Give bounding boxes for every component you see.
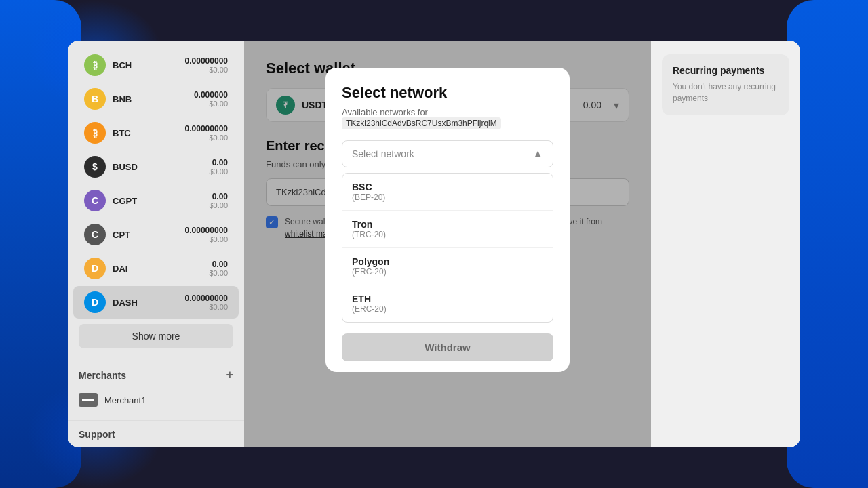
network-item-tron[interactable]: Tron (TRC-20)	[342, 211, 553, 248]
busd-coin-name: BUSD	[113, 162, 209, 172]
network-item-bsc[interactable]: BSC (BEP-20)	[342, 174, 553, 211]
withdraw-button[interactable]: Withdraw	[342, 333, 553, 361]
bch-coin-name: BCH	[113, 60, 185, 70]
merchants-label: Merchants	[79, 370, 126, 381]
network-name: ETH	[352, 293, 543, 304]
network-list: BSC (BEP-20) Tron (TRC-20) Polygon (ERC-…	[342, 173, 553, 323]
cpt-coin-values: 0.00000000 $0.00	[185, 226, 228, 243]
dash-coin-icon: D	[84, 291, 106, 313]
modal-footer: Withdraw	[326, 323, 570, 372]
sidebar-item-btc[interactable]: ₿ BTC 0.00000000 $0.00	[73, 117, 239, 149]
network-select-dropdown[interactable]: Select network ▲	[342, 140, 553, 167]
dai-usd: $0.00	[209, 269, 228, 277]
dai-coin-values: 0.00 $0.00	[209, 260, 228, 277]
dai-coin-icon: D	[84, 258, 106, 279]
sidebar: ₿ BCH 0.00000000 $0.00 B BNB 0.000000 $0…	[68, 41, 244, 447]
dash-usd: $0.00	[185, 303, 228, 311]
cpt-coin-name: CPT	[113, 230, 185, 240]
modal-overlay: Select network Available networks for TK…	[244, 41, 651, 447]
network-protocol: (ERC-20)	[352, 267, 543, 277]
network-name: Tron	[352, 219, 543, 230]
merchant-list: Merchant1	[79, 388, 233, 412]
sidebar-item-bnb[interactable]: B BNB 0.000000 $0.00	[73, 83, 239, 115]
modal-subtitle: Available networks for TKzki23hiCdAdvBsR…	[342, 107, 553, 129]
network-name: Polygon	[352, 256, 543, 267]
cgpt-coin-name: CGPT	[113, 196, 209, 206]
btc-coin-icon: ₿	[84, 122, 106, 144]
cpt-balance: 0.00000000	[185, 226, 228, 235]
btc-balance: 0.00000000	[185, 124, 228, 134]
network-select-label: Select network	[352, 148, 414, 159]
cgpt-balance: 0.00	[209, 192, 228, 201]
sidebar-item-busd[interactable]: $ BUSD 0.00 $0.00	[73, 150, 239, 183]
bnb-balance: 0.000000	[194, 90, 228, 100]
modal-header: Select network Available networks for TK…	[326, 68, 570, 140]
chevron-up-icon: ▲	[532, 148, 543, 160]
busd-balance: 0.00	[209, 158, 228, 167]
bch-coin-icon: ₿	[84, 54, 106, 76]
sidebar-item-cgpt[interactable]: C CGPT 0.00 $0.00	[73, 184, 239, 217]
merchants-section: Merchants + Merchant1	[68, 360, 244, 415]
modal-address: TKzki23hiCdAdvBsRC7UsxBm3hPFijrqiM	[342, 117, 501, 129]
modal-subtitle-prefix: Available networks for	[342, 107, 428, 117]
merchant-icon	[79, 393, 98, 407]
modal-title: Select network	[342, 84, 553, 102]
show-more-button[interactable]: Show more	[79, 324, 233, 348]
merchant-name: Merchant1	[104, 395, 146, 405]
dash-balance: 0.00000000	[185, 293, 228, 303]
right-panel: Recurring payments You don't have any re…	[651, 41, 800, 447]
bch-balance: 0.00000000	[185, 56, 228, 66]
support-label: Support	[79, 429, 115, 440]
btc-usd: $0.00	[185, 134, 228, 142]
btc-coin-name: BTC	[113, 128, 185, 138]
main-container: ₿ BCH 0.00000000 $0.00 B BNB 0.000000 $0…	[68, 41, 800, 447]
dai-coin-name: DAI	[113, 264, 209, 274]
cpt-coin-icon: C	[84, 224, 106, 245]
merchants-header: Merchants +	[79, 368, 233, 382]
cgpt-usd: $0.00	[209, 201, 228, 209]
network-item-eth[interactable]: ETH (ERC-20)	[342, 285, 553, 322]
coin-list: ₿ BCH 0.00000000 $0.00 B BNB 0.000000 $0…	[68, 49, 244, 319]
bnb-usd: $0.00	[194, 100, 228, 108]
bch-usd: $0.00	[185, 66, 228, 74]
network-name: BSC	[352, 182, 543, 192]
network-protocol: (TRC-20)	[352, 230, 543, 239]
bnb-coin-icon: B	[84, 88, 106, 110]
main-content: Select wallet ₮ USDT 0.00 ▾ Enter recepi…	[244, 41, 651, 447]
add-merchant-icon[interactable]: +	[226, 368, 233, 382]
busd-usd: $0.00	[209, 167, 228, 176]
network-protocol: (BEP-20)	[352, 192, 543, 202]
bnb-coin-name: BNB	[113, 94, 194, 104]
busd-coin-icon: $	[84, 156, 106, 178]
dai-balance: 0.00	[209, 260, 228, 269]
support-section: Support	[68, 420, 244, 447]
select-network-modal: Select network Available networks for TK…	[326, 68, 570, 372]
sidebar-item-dash[interactable]: D DASH 0.00000000 $0.00	[73, 286, 239, 319]
bch-coin-values: 0.00000000 $0.00	[185, 56, 228, 74]
sidebar-item-bch[interactable]: ₿ BCH 0.00000000 $0.00	[73, 49, 239, 81]
btc-coin-values: 0.00000000 $0.00	[185, 124, 228, 142]
cgpt-coin-icon: C	[84, 190, 106, 211]
cpt-usd: $0.00	[185, 235, 228, 243]
network-protocol: (ERC-20)	[352, 304, 543, 314]
recurring-empty: You don't have any recurring payments	[673, 81, 778, 104]
busd-coin-values: 0.00 $0.00	[209, 158, 228, 176]
sidebar-item-dai[interactable]: D DAI 0.00 $0.00	[73, 252, 239, 285]
dash-coin-values: 0.00000000 $0.00	[185, 293, 228, 311]
sidebar-item-cpt[interactable]: C CPT 0.00000000 $0.00	[73, 218, 239, 251]
bnb-coin-values: 0.000000 $0.00	[194, 90, 228, 108]
dash-coin-name: DASH	[113, 298, 185, 308]
network-item-polygon[interactable]: Polygon (ERC-20)	[342, 248, 553, 285]
recurring-title: Recurring payments	[673, 65, 778, 76]
cgpt-coin-values: 0.00 $0.00	[209, 192, 228, 209]
merchant-item[interactable]: Merchant1	[79, 388, 233, 412]
recurring-card: Recurring payments You don't have any re…	[662, 54, 789, 115]
